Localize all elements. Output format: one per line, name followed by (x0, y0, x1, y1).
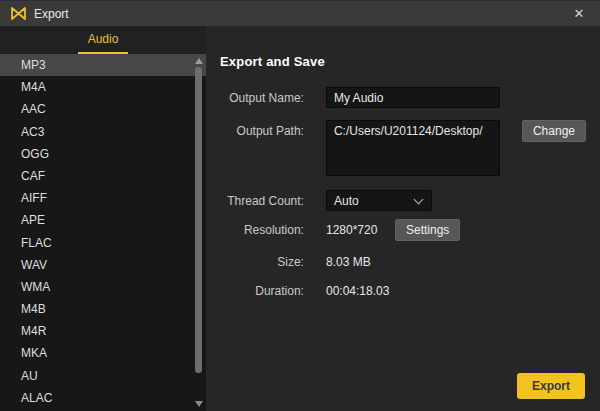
scrollbar[interactable] (194, 54, 205, 411)
sidebar-item-au[interactable]: AU (0, 365, 206, 387)
size-value: 8.03 MB (326, 255, 371, 269)
sidebar-item-ape[interactable]: APE (0, 209, 206, 231)
sidebar-item-mka[interactable]: MKA (0, 342, 206, 364)
sidebar-item-m4a[interactable]: M4A (0, 76, 206, 98)
settings-button[interactable]: Settings (395, 219, 460, 241)
window-title: Export (34, 7, 69, 21)
output-path-input[interactable]: C:/Users/U201124/Desktop/ (326, 120, 500, 176)
resolution-row: Resolution: 1280*720 Settings (220, 219, 586, 241)
main-panel: Export and Save Output Name: Output Path… (206, 26, 600, 411)
output-path-label: Output Path: (220, 120, 304, 138)
duration-label: Duration: (220, 284, 304, 298)
sidebar-item-ogg[interactable]: OGG (0, 143, 206, 165)
size-row: Size: 8.03 MB (220, 255, 586, 269)
sidebar-item-aac[interactable]: AAC (0, 98, 206, 120)
chevron-down-icon (414, 195, 424, 205)
export-dialog: Export ✕ Audio MP3M4AAACAC3OGGCAFAIFFAPE… (0, 0, 600, 411)
sidebar-item-wav[interactable]: WAV (0, 254, 206, 276)
scroll-up-icon[interactable] (195, 58, 203, 64)
output-name-label: Output Name: (220, 91, 304, 105)
thread-count-dropdown[interactable]: Auto (326, 190, 432, 211)
app-logo-icon (10, 6, 27, 21)
export-button[interactable]: Export (517, 373, 585, 399)
sidebar-item-m4b[interactable]: M4B (0, 298, 206, 320)
close-icon[interactable]: ✕ (566, 1, 592, 27)
tab-audio[interactable]: Audio (78, 32, 129, 54)
output-path-row: Output Path: C:/Users/U201124/Desktop/ C… (220, 120, 586, 176)
sidebar-item-alac[interactable]: ALAC (0, 387, 206, 409)
sidebar-item-wma[interactable]: WMA (0, 276, 206, 298)
thread-count-label: Thread Count: (220, 194, 304, 208)
scroll-down-icon[interactable] (195, 401, 203, 407)
title-bar: Export ✕ (0, 0, 600, 26)
sidebar-item-m4r[interactable]: M4R (0, 320, 206, 342)
tab-strip: Audio (0, 26, 206, 54)
output-name-input[interactable] (326, 87, 500, 108)
sidebar-item-aiff[interactable]: AIFF (0, 187, 206, 209)
sidebar-item-flac[interactable]: FLAC (0, 232, 206, 254)
resolution-value: 1280*720 (326, 223, 382, 237)
thread-count-value: Auto (334, 194, 359, 208)
scrollbar-thumb[interactable] (195, 67, 202, 373)
size-label: Size: (220, 255, 304, 269)
sidebar-item-ac3[interactable]: AC3 (0, 121, 206, 143)
duration-value: 00:04:18.03 (326, 284, 389, 298)
thread-count-row: Thread Count: Auto (220, 190, 586, 211)
sidebar-item-caf[interactable]: CAF (0, 165, 206, 187)
page-title: Export and Save (220, 54, 586, 69)
sidebar: Audio MP3M4AAACAC3OGGCAFAIFFAPEFLACWAVWM… (0, 26, 206, 411)
resolution-label: Resolution: (220, 223, 304, 237)
sidebar-item-mp3[interactable]: MP3 (0, 54, 206, 76)
change-button[interactable]: Change (522, 120, 586, 142)
output-name-row: Output Name: (220, 87, 586, 108)
duration-row: Duration: 00:04:18.03 (220, 284, 586, 298)
format-list: MP3M4AAACAC3OGGCAFAIFFAPEFLACWAVWMAM4BM4… (0, 54, 206, 411)
